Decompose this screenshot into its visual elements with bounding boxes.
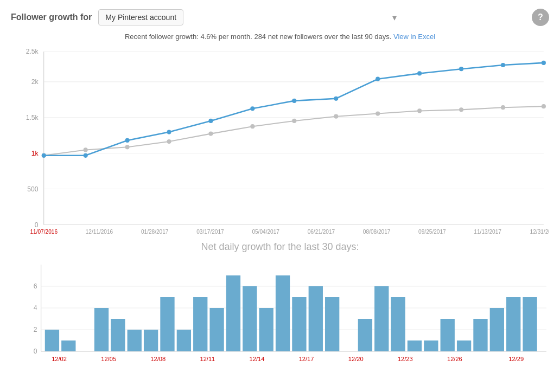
svg-rect-79 — [391, 297, 405, 351]
svg-point-27 — [208, 132, 213, 136]
header-label: Follower growth for — [11, 12, 92, 22]
svg-text:1k: 1k — [31, 150, 39, 157]
svg-rect-87 — [523, 297, 537, 351]
svg-rect-82 — [441, 319, 455, 351]
svg-point-29 — [292, 119, 296, 123]
account-select-wrapper: My Pinterest account — [98, 9, 402, 25]
svg-point-44 — [376, 77, 380, 81]
page-container: Follower growth for My Pinterest account… — [0, 0, 560, 368]
svg-rect-66 — [177, 330, 191, 351]
svg-text:03/17/2017: 03/17/2017 — [196, 229, 224, 235]
subtitle: Recent follower growth: 4.6% per month. … — [0, 30, 560, 46]
svg-point-32 — [417, 108, 422, 113]
svg-rect-64 — [144, 330, 158, 351]
help-button[interactable]: ? — [532, 9, 549, 26]
svg-text:05/04/2017: 05/04/2017 — [252, 229, 279, 235]
svg-rect-77 — [358, 319, 372, 351]
bar-chart-section: Net daily growth for the last 30 days: 0… — [0, 236, 560, 368]
svg-text:2: 2 — [34, 326, 37, 333]
svg-rect-73 — [292, 297, 306, 351]
bar-chart-container: 0 2 4 6 — [11, 259, 549, 368]
svg-point-37 — [84, 153, 88, 158]
svg-rect-61 — [94, 308, 109, 351]
svg-point-25 — [125, 145, 130, 149]
svg-rect-58 — [45, 330, 59, 351]
header-row: Follower growth for My Pinterest account… — [0, 0, 560, 30]
svg-rect-67 — [193, 297, 207, 351]
svg-text:500: 500 — [27, 185, 38, 193]
svg-text:0: 0 — [34, 348, 37, 355]
svg-text:12/02: 12/02 — [52, 356, 67, 362]
line-chart-svg: 0 500 1k 1.5k 2k 2.5k 11/07/2016 12/11/2… — [11, 46, 549, 236]
svg-text:09/25/2017: 09/25/2017 — [418, 229, 446, 235]
svg-point-28 — [250, 124, 254, 128]
svg-point-30 — [334, 114, 338, 119]
svg-point-45 — [417, 71, 422, 75]
svg-rect-86 — [506, 297, 520, 351]
svg-text:12/11: 12/11 — [200, 356, 215, 362]
svg-point-47 — [501, 63, 505, 67]
svg-point-42 — [292, 99, 296, 103]
svg-point-36 — [42, 153, 46, 158]
svg-text:2k: 2k — [31, 78, 39, 86]
svg-text:12/14: 12/14 — [250, 356, 265, 362]
svg-rect-80 — [408, 340, 422, 351]
view-in-excel-link[interactable]: View in Excel — [393, 33, 435, 41]
svg-rect-68 — [209, 308, 224, 351]
svg-rect-63 — [128, 330, 142, 351]
svg-rect-65 — [160, 297, 174, 351]
svg-text:6: 6 — [34, 282, 37, 290]
svg-text:12/20: 12/20 — [348, 356, 364, 362]
subtitle-text: Recent follower growth: 4.6% per month. … — [125, 33, 391, 41]
svg-rect-74 — [309, 286, 323, 351]
svg-point-31 — [376, 111, 380, 115]
bar-chart-svg: 0 2 4 6 — [11, 259, 549, 368]
svg-point-41 — [250, 106, 254, 111]
svg-text:12/08: 12/08 — [150, 356, 166, 362]
svg-rect-72 — [276, 275, 290, 351]
svg-point-48 — [542, 61, 546, 65]
account-select[interactable]: My Pinterest account — [98, 9, 183, 25]
svg-rect-83 — [457, 340, 471, 351]
svg-rect-62 — [111, 319, 125, 351]
svg-text:12/05: 12/05 — [101, 356, 116, 362]
svg-text:12/17: 12/17 — [299, 356, 314, 362]
svg-point-24 — [84, 147, 88, 152]
svg-point-34 — [501, 105, 505, 110]
svg-text:11/07/2016: 11/07/2016 — [30, 229, 58, 235]
svg-point-33 — [459, 107, 463, 112]
svg-text:12/26: 12/26 — [447, 356, 462, 362]
svg-text:12/31/2017: 12/31/2017 — [530, 229, 549, 235]
svg-text:12/23: 12/23 — [398, 356, 413, 362]
svg-point-26 — [167, 139, 171, 144]
svg-point-46 — [459, 67, 463, 71]
svg-rect-71 — [259, 308, 273, 351]
svg-point-35 — [542, 104, 546, 108]
svg-rect-70 — [243, 286, 257, 351]
svg-rect-75 — [325, 297, 339, 351]
svg-rect-85 — [490, 308, 504, 351]
svg-text:12/11/2016: 12/11/2016 — [86, 229, 113, 235]
svg-point-40 — [208, 119, 213, 123]
svg-text:08/08/2017: 08/08/2017 — [363, 229, 391, 235]
svg-point-43 — [334, 97, 338, 101]
svg-rect-69 — [226, 275, 240, 351]
svg-rect-59 — [61, 340, 75, 351]
svg-text:4: 4 — [34, 304, 37, 312]
svg-point-38 — [125, 138, 130, 143]
svg-text:11/13/2017: 11/13/2017 — [474, 229, 501, 235]
svg-text:1.5k: 1.5k — [26, 114, 39, 121]
svg-text:12/29: 12/29 — [508, 356, 524, 362]
svg-rect-81 — [424, 340, 438, 351]
svg-rect-84 — [473, 319, 487, 351]
svg-text:06/21/2017: 06/21/2017 — [308, 229, 335, 235]
bar-chart-title: Net daily growth for the last 30 days: — [11, 241, 549, 253]
line-chart-area: 0 500 1k 1.5k 2k 2.5k 11/07/2016 12/11/2… — [0, 46, 560, 236]
line-chart-container: 0 500 1k 1.5k 2k 2.5k 11/07/2016 12/11/2… — [11, 46, 549, 236]
svg-point-39 — [167, 130, 171, 134]
svg-text:0: 0 — [35, 221, 39, 228]
svg-text:01/28/2017: 01/28/2017 — [141, 229, 169, 235]
svg-rect-78 — [374, 286, 389, 351]
svg-text:2.5k: 2.5k — [26, 48, 39, 55]
